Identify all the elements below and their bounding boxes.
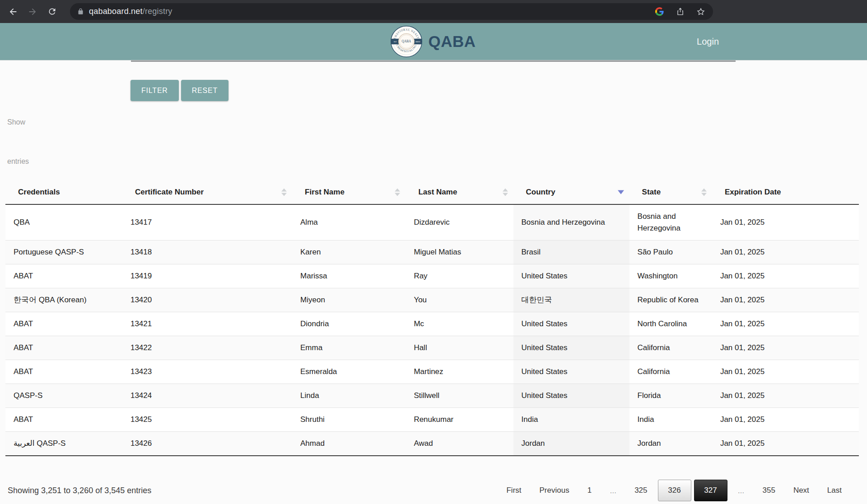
logo-center-text: QABA: [402, 39, 412, 43]
cell-credentials: QASP-S: [5, 384, 122, 408]
table-row: ABAT13422EmmaHallUnited StatesCalifornia…: [5, 336, 859, 360]
cell-state: Washington: [629, 264, 712, 288]
cell-first-name: Karen: [292, 240, 406, 264]
brand-wordmark[interactable]: QABA: [428, 32, 475, 51]
cell-expiration-date: Jan 01, 2025: [712, 240, 859, 264]
page-first[interactable]: First: [497, 486, 530, 495]
reload-icon[interactable]: [46, 6, 58, 18]
registry-table: Credentials Certificate Number First Nam…: [5, 180, 859, 456]
cell-country: 대한민국: [513, 288, 629, 312]
address-bar[interactable]: qababoard.net/registry: [70, 3, 713, 20]
cell-first-name: Miyeon: [292, 288, 406, 312]
qaba-logo-seal[interactable]: BEHAVIORAL HEALTH CREDENTIALING EST MMXI…: [391, 26, 422, 57]
sort-icon: [503, 189, 508, 196]
col-header-expiration-date[interactable]: Expiration Date: [712, 180, 859, 204]
cell-last-name: Hall: [406, 336, 513, 360]
cell-last-name: Renukumar: [406, 408, 513, 432]
cell-last-name: Miguel Matias: [406, 240, 513, 264]
browser-toolbar: qababoard.net/registry: [0, 0, 867, 23]
page-last[interactable]: Last: [818, 486, 851, 495]
cell-expiration-date: Jan 01, 2025: [712, 360, 859, 384]
entries-summary: Showing 3,251 to 3,260 of 3,545 entries: [8, 486, 151, 495]
pagination: FirstPrevious1…325326327…355NextLast: [497, 480, 851, 501]
cell-expiration-date: Jan 01, 2025: [712, 264, 859, 288]
lock-icon: [77, 8, 84, 15]
cell-first-name: Alma: [292, 204, 406, 240]
url-text: qababoard.net/registry: [89, 7, 172, 16]
cell-certificate-number: 13426: [122, 432, 292, 456]
cell-credentials: ABAT: [5, 408, 122, 432]
cell-expiration-date: Jan 01, 2025: [712, 408, 859, 432]
cell-credentials: QBA: [5, 204, 122, 240]
cell-first-name: Ahmad: [292, 432, 406, 456]
cell-country: Brasil: [513, 240, 629, 264]
cell-credentials: ABAT: [5, 336, 122, 360]
cell-state: California: [629, 336, 712, 360]
sort-icon: [701, 189, 707, 196]
table-row: ABAT13423EsmeraldaMartinezUnited StatesC…: [5, 360, 859, 384]
page-355[interactable]: 355: [754, 486, 784, 495]
sort-desc-icon: [618, 190, 624, 194]
table-row: ABAT13425ShruthiRenukumarIndiaIndiaJan 0…: [5, 408, 859, 432]
col-header-first-name[interactable]: First Name: [292, 180, 406, 204]
page-325[interactable]: 325: [625, 486, 656, 495]
forward-icon[interactable]: [27, 6, 38, 18]
cell-credentials: ABAT: [5, 360, 122, 384]
col-header-country[interactable]: Country: [513, 180, 629, 204]
table-row: QASP-S13424LindaStillwellUnited StatesFl…: [5, 384, 859, 408]
cell-last-name: Awad: [406, 432, 513, 456]
cell-credentials: Portuguese QASP-S: [5, 240, 122, 264]
cell-country: Bosnia and Herzegovina: [513, 204, 629, 240]
cell-certificate-number: 13420: [122, 288, 292, 312]
cell-certificate-number: 13419: [122, 264, 292, 288]
bookmark-star-icon[interactable]: [696, 7, 706, 17]
cell-country: United States: [513, 336, 629, 360]
cell-country: United States: [513, 384, 629, 408]
col-header-certificate-number[interactable]: Certificate Number: [122, 180, 292, 204]
cell-country: United States: [513, 312, 629, 336]
logo-ribbon-left: EST: [394, 41, 397, 43]
cell-certificate-number: 13417: [122, 204, 292, 240]
page-326[interactable]: 326: [658, 480, 691, 501]
cell-certificate-number: 13424: [122, 384, 292, 408]
cell-country: Jordan: [513, 432, 629, 456]
cell-expiration-date: Jan 01, 2025: [712, 336, 859, 360]
cell-credentials: العربية QASP-S: [5, 432, 122, 456]
cell-state: Republic of Korea: [629, 288, 712, 312]
cell-first-name: Diondria: [292, 312, 406, 336]
page-ellipsis: …: [601, 487, 625, 495]
cell-first-name: Emma: [292, 336, 406, 360]
page-previous[interactable]: Previous: [531, 486, 578, 495]
col-header-last-name[interactable]: Last Name: [406, 180, 513, 204]
cell-state: North Carolina: [629, 312, 712, 336]
col-header-credentials[interactable]: Credentials: [5, 180, 122, 204]
cell-first-name: Linda: [292, 384, 406, 408]
cell-expiration-date: Jan 01, 2025: [712, 432, 859, 456]
entries-label: entries: [7, 157, 867, 166]
share-icon[interactable]: [675, 7, 685, 17]
table-row: QBA13417AlmaDizdarevicBosnia and Herzego…: [5, 204, 859, 240]
page-1[interactable]: 1: [578, 486, 601, 495]
cell-certificate-number: 13422: [122, 336, 292, 360]
cell-last-name: Mc: [406, 312, 513, 336]
col-header-state[interactable]: State: [629, 180, 712, 204]
cell-expiration-date: Jan 01, 2025: [712, 312, 859, 336]
google-icon[interactable]: [654, 7, 664, 17]
page-327[interactable]: 327: [694, 480, 727, 501]
login-link[interactable]: Login: [697, 37, 719, 47]
cell-certificate-number: 13425: [122, 408, 292, 432]
cell-certificate-number: 13418: [122, 240, 292, 264]
cell-expiration-date: Jan 01, 2025: [712, 384, 859, 408]
filter-button[interactable]: FILTER: [131, 80, 179, 101]
table-row: ABAT13421DiondriaMcUnited StatesNorth Ca…: [5, 312, 859, 336]
cell-first-name: Shruthi: [292, 408, 406, 432]
back-icon[interactable]: [7, 6, 19, 18]
cell-state: Florida: [629, 384, 712, 408]
logo-ribbon-right: MMXII: [416, 41, 420, 43]
reset-button[interactable]: RESET: [181, 80, 228, 101]
cell-expiration-date: Jan 01, 2025: [712, 288, 859, 312]
cell-first-name: Esmeralda: [292, 360, 406, 384]
page-next[interactable]: Next: [784, 486, 818, 495]
cell-last-name: Stillwell: [406, 384, 513, 408]
cell-last-name: You: [406, 288, 513, 312]
